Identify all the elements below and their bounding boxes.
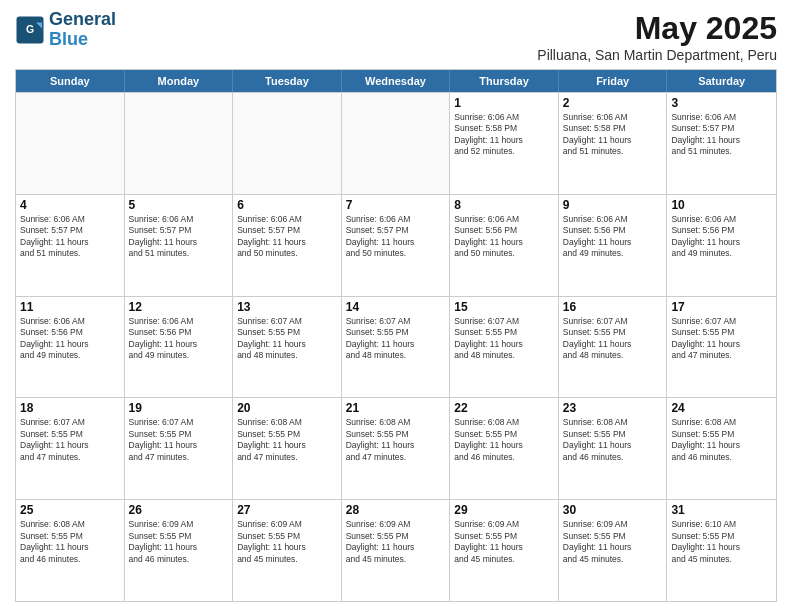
day-info: Sunrise: 6:08 AMSunset: 5:55 PMDaylight:… (237, 417, 337, 463)
day-number: 5 (129, 198, 229, 212)
day-header-sunday: Sunday (16, 70, 125, 92)
calendar-cell: 28Sunrise: 6:09 AMSunset: 5:55 PMDayligh… (342, 500, 451, 601)
calendar-cell: 20Sunrise: 6:08 AMSunset: 5:55 PMDayligh… (233, 398, 342, 499)
day-number: 6 (237, 198, 337, 212)
day-info: Sunrise: 6:06 AMSunset: 5:57 PMDaylight:… (20, 214, 120, 260)
day-header-thursday: Thursday (450, 70, 559, 92)
day-header-friday: Friday (559, 70, 668, 92)
calendar-cell: 29Sunrise: 6:09 AMSunset: 5:55 PMDayligh… (450, 500, 559, 601)
day-info: Sunrise: 6:08 AMSunset: 5:55 PMDaylight:… (20, 519, 120, 565)
day-info: Sunrise: 6:06 AMSunset: 5:58 PMDaylight:… (563, 112, 663, 158)
day-info: Sunrise: 6:07 AMSunset: 5:55 PMDaylight:… (671, 316, 772, 362)
calendar-cell: 31Sunrise: 6:10 AMSunset: 5:55 PMDayligh… (667, 500, 776, 601)
calendar-cell: 18Sunrise: 6:07 AMSunset: 5:55 PMDayligh… (16, 398, 125, 499)
calendar-cell: 22Sunrise: 6:08 AMSunset: 5:55 PMDayligh… (450, 398, 559, 499)
calendar-cell: 11Sunrise: 6:06 AMSunset: 5:56 PMDayligh… (16, 297, 125, 398)
day-number: 16 (563, 300, 663, 314)
calendar-cell: 10Sunrise: 6:06 AMSunset: 5:56 PMDayligh… (667, 195, 776, 296)
day-number: 7 (346, 198, 446, 212)
calendar-cell: 30Sunrise: 6:09 AMSunset: 5:55 PMDayligh… (559, 500, 668, 601)
day-number: 31 (671, 503, 772, 517)
calendar-cell: 6Sunrise: 6:06 AMSunset: 5:57 PMDaylight… (233, 195, 342, 296)
day-info: Sunrise: 6:07 AMSunset: 5:55 PMDaylight:… (454, 316, 554, 362)
day-number: 27 (237, 503, 337, 517)
day-number: 26 (129, 503, 229, 517)
calendar-cell: 17Sunrise: 6:07 AMSunset: 5:55 PMDayligh… (667, 297, 776, 398)
day-info: Sunrise: 6:08 AMSunset: 5:55 PMDaylight:… (671, 417, 772, 463)
day-info: Sunrise: 6:06 AMSunset: 5:56 PMDaylight:… (129, 316, 229, 362)
calendar-week-3: 11Sunrise: 6:06 AMSunset: 5:56 PMDayligh… (16, 296, 776, 398)
day-info: Sunrise: 6:08 AMSunset: 5:55 PMDaylight:… (454, 417, 554, 463)
calendar-cell: 9Sunrise: 6:06 AMSunset: 5:56 PMDaylight… (559, 195, 668, 296)
calendar-cell: 7Sunrise: 6:06 AMSunset: 5:57 PMDaylight… (342, 195, 451, 296)
calendar-cell: 4Sunrise: 6:06 AMSunset: 5:57 PMDaylight… (16, 195, 125, 296)
day-info: Sunrise: 6:07 AMSunset: 5:55 PMDaylight:… (129, 417, 229, 463)
day-number: 20 (237, 401, 337, 415)
day-number: 3 (671, 96, 772, 110)
calendar-cell: 1Sunrise: 6:06 AMSunset: 5:58 PMDaylight… (450, 93, 559, 194)
day-number: 12 (129, 300, 229, 314)
day-number: 15 (454, 300, 554, 314)
logo-text: General Blue (49, 10, 116, 50)
day-number: 30 (563, 503, 663, 517)
day-header-tuesday: Tuesday (233, 70, 342, 92)
calendar-cell: 5Sunrise: 6:06 AMSunset: 5:57 PMDaylight… (125, 195, 234, 296)
calendar-cell: 2Sunrise: 6:06 AMSunset: 5:58 PMDaylight… (559, 93, 668, 194)
calendar-cell: 8Sunrise: 6:06 AMSunset: 5:56 PMDaylight… (450, 195, 559, 296)
calendar-cell: 27Sunrise: 6:09 AMSunset: 5:55 PMDayligh… (233, 500, 342, 601)
day-info: Sunrise: 6:10 AMSunset: 5:55 PMDaylight:… (671, 519, 772, 565)
day-number: 22 (454, 401, 554, 415)
day-number: 21 (346, 401, 446, 415)
calendar-cell (125, 93, 234, 194)
day-number: 11 (20, 300, 120, 314)
logo: G General Blue (15, 10, 116, 50)
page: G General Blue May 2025 Pilluana, San Ma… (0, 0, 792, 612)
day-number: 14 (346, 300, 446, 314)
calendar-cell: 26Sunrise: 6:09 AMSunset: 5:55 PMDayligh… (125, 500, 234, 601)
day-header-wednesday: Wednesday (342, 70, 451, 92)
logo-icon: G (15, 15, 45, 45)
day-number: 19 (129, 401, 229, 415)
calendar-body: 1Sunrise: 6:06 AMSunset: 5:58 PMDaylight… (16, 92, 776, 601)
day-info: Sunrise: 6:06 AMSunset: 5:57 PMDaylight:… (346, 214, 446, 260)
logo-line1: General (49, 10, 116, 30)
day-number: 23 (563, 401, 663, 415)
calendar-cell (16, 93, 125, 194)
svg-text:G: G (26, 23, 34, 35)
day-number: 18 (20, 401, 120, 415)
title-section: May 2025 Pilluana, San Martin Department… (537, 10, 777, 63)
day-info: Sunrise: 6:06 AMSunset: 5:56 PMDaylight:… (20, 316, 120, 362)
calendar-cell: 3Sunrise: 6:06 AMSunset: 5:57 PMDaylight… (667, 93, 776, 194)
day-number: 1 (454, 96, 554, 110)
day-header-monday: Monday (125, 70, 234, 92)
calendar-cell: 24Sunrise: 6:08 AMSunset: 5:55 PMDayligh… (667, 398, 776, 499)
calendar-cell: 25Sunrise: 6:08 AMSunset: 5:55 PMDayligh… (16, 500, 125, 601)
calendar-cell (233, 93, 342, 194)
day-info: Sunrise: 6:08 AMSunset: 5:55 PMDaylight:… (563, 417, 663, 463)
calendar-week-5: 25Sunrise: 6:08 AMSunset: 5:55 PMDayligh… (16, 499, 776, 601)
day-info: Sunrise: 6:07 AMSunset: 5:55 PMDaylight:… (563, 316, 663, 362)
calendar-header: SundayMondayTuesdayWednesdayThursdayFrid… (16, 70, 776, 92)
day-info: Sunrise: 6:06 AMSunset: 5:57 PMDaylight:… (237, 214, 337, 260)
calendar-cell: 21Sunrise: 6:08 AMSunset: 5:55 PMDayligh… (342, 398, 451, 499)
day-info: Sunrise: 6:06 AMSunset: 5:57 PMDaylight:… (129, 214, 229, 260)
header: G General Blue May 2025 Pilluana, San Ma… (15, 10, 777, 63)
calendar-week-2: 4Sunrise: 6:06 AMSunset: 5:57 PMDaylight… (16, 194, 776, 296)
day-info: Sunrise: 6:09 AMSunset: 5:55 PMDaylight:… (563, 519, 663, 565)
day-number: 28 (346, 503, 446, 517)
day-info: Sunrise: 6:09 AMSunset: 5:55 PMDaylight:… (454, 519, 554, 565)
day-header-saturday: Saturday (667, 70, 776, 92)
day-info: Sunrise: 6:06 AMSunset: 5:57 PMDaylight:… (671, 112, 772, 158)
logo-line2: Blue (49, 29, 88, 49)
calendar-cell: 15Sunrise: 6:07 AMSunset: 5:55 PMDayligh… (450, 297, 559, 398)
calendar: SundayMondayTuesdayWednesdayThursdayFrid… (15, 69, 777, 602)
day-number: 24 (671, 401, 772, 415)
day-info: Sunrise: 6:09 AMSunset: 5:55 PMDaylight:… (129, 519, 229, 565)
calendar-cell: 23Sunrise: 6:08 AMSunset: 5:55 PMDayligh… (559, 398, 668, 499)
main-title: May 2025 (537, 10, 777, 47)
day-info: Sunrise: 6:06 AMSunset: 5:56 PMDaylight:… (454, 214, 554, 260)
calendar-week-4: 18Sunrise: 6:07 AMSunset: 5:55 PMDayligh… (16, 397, 776, 499)
day-info: Sunrise: 6:06 AMSunset: 5:56 PMDaylight:… (563, 214, 663, 260)
day-info: Sunrise: 6:09 AMSunset: 5:55 PMDaylight:… (237, 519, 337, 565)
day-info: Sunrise: 6:06 AMSunset: 5:58 PMDaylight:… (454, 112, 554, 158)
